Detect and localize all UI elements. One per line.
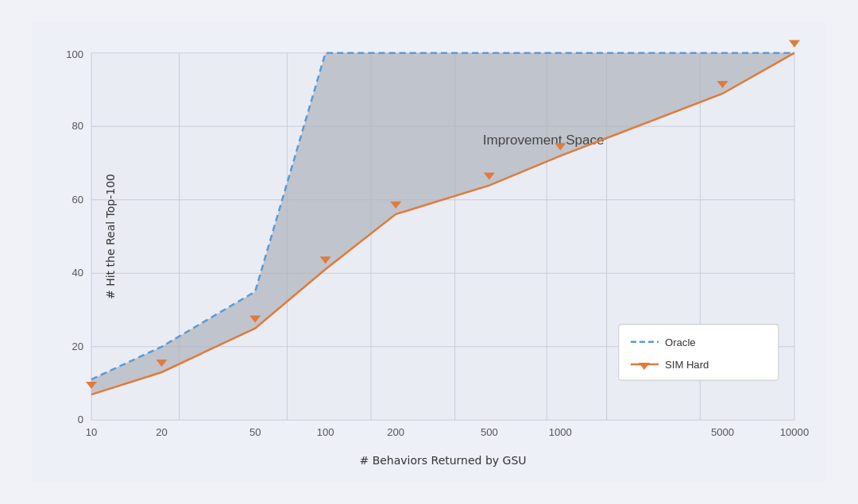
ytick-20: 20 — [72, 340, 83, 352]
ytick-80: 80 — [72, 120, 83, 132]
legend-simhard-label: SIM Hard — [665, 358, 709, 370]
xtick-10000: 10000 — [780, 426, 809, 438]
ytick-60: 60 — [72, 193, 83, 205]
y-axis-label: # Hit the Real Top-100 — [104, 174, 117, 299]
xtick-5000: 5000 — [711, 426, 734, 438]
ytick-0: 0 — [78, 414, 83, 425]
legend-box — [619, 324, 779, 379]
chart-container: # Hit the Real Top-100 # Behaviors Retur… — [32, 22, 826, 483]
xtick-200: 200 — [387, 426, 404, 438]
xtick-10: 10 — [86, 426, 98, 438]
xtick-1000: 1000 — [549, 426, 572, 438]
xtick-100: 100 — [317, 426, 334, 438]
x-axis-label: # Behaviors Returned by GSU — [359, 454, 526, 467]
xtick-50: 50 — [249, 426, 261, 438]
sim-marker-9 — [789, 40, 800, 47]
ytick-100: 100 — [66, 48, 83, 60]
ytick-40: 40 — [72, 267, 83, 279]
legend-oracle-label: Oracle — [665, 336, 695, 348]
xtick-20: 20 — [156, 426, 168, 438]
chart-area: # Hit the Real Top-100 # Behaviors Retur… — [91, 46, 794, 427]
chart-svg: Improvement Space 0 20 40 60 80 100 — [91, 46, 794, 427]
xtick-500: 500 — [481, 426, 498, 438]
